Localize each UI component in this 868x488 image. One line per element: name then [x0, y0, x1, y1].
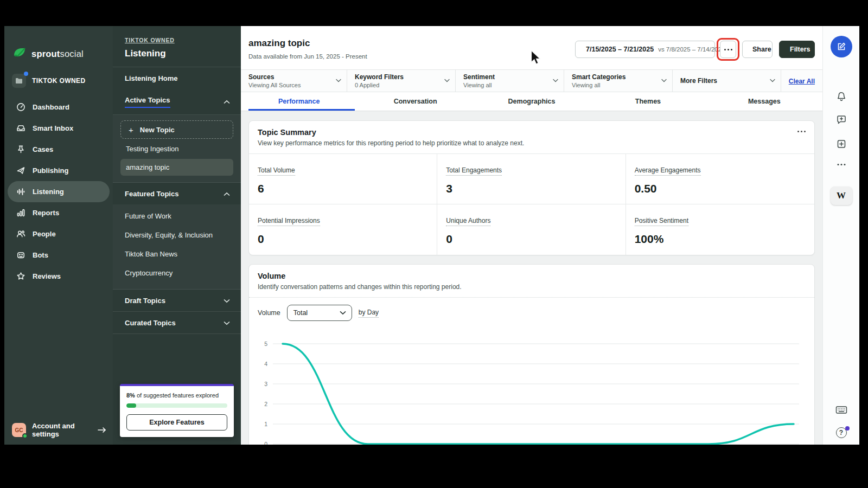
- tab-demographics[interactable]: Demographics: [474, 92, 590, 111]
- volume-metric-select[interactable]: Total: [287, 305, 352, 321]
- notification-dot: [24, 72, 28, 76]
- brand-bold: sprout: [31, 49, 60, 59]
- filter-smart-categories[interactable]: Smart Categories Viewing all: [564, 70, 673, 92]
- featured-topic-item[interactable]: Future of Work: [125, 207, 229, 226]
- header-more-button[interactable]: [720, 41, 736, 58]
- share-button[interactable]: Share: [742, 41, 773, 58]
- volume-description: Identify conversation patterns and chang…: [258, 283, 806, 291]
- new-topic-label: New Topic: [140, 126, 175, 134]
- active-topics-label: Active Topics: [125, 96, 170, 108]
- listening-home-link[interactable]: Listening Home: [113, 67, 241, 89]
- metric-value: 0: [446, 233, 616, 246]
- notifications-button[interactable]: [836, 91, 847, 102]
- nav-item-smart-inbox[interactable]: Smart Inbox: [8, 118, 110, 139]
- workspace-link[interactable]: TIKTOK OWNED: [125, 37, 175, 43]
- nav-item-dashboard[interactable]: Dashboard: [8, 97, 110, 118]
- nav-item-cases[interactable]: Cases: [8, 139, 110, 160]
- add-button[interactable]: [836, 139, 846, 149]
- metric-label[interactable]: Positive Sentiment: [635, 217, 688, 226]
- active-topics-section-toggle[interactable]: Active Topics: [113, 89, 241, 115]
- nav-item-publishing[interactable]: Publishing: [8, 160, 110, 181]
- featured-topic-item[interactable]: Diversity, Equity, & Inclusion: [125, 226, 229, 245]
- clear-all-link[interactable]: Clear All: [789, 78, 815, 85]
- metric-total-volume: Total Volume 6: [249, 154, 437, 204]
- explore-features-button[interactable]: Explore Features: [126, 414, 227, 431]
- svg-text:2: 2: [264, 401, 267, 407]
- filters-button[interactable]: Filters: [779, 41, 815, 58]
- by-day-toggle[interactable]: by Day: [359, 309, 379, 318]
- metric-label[interactable]: Unique Authors: [446, 217, 490, 226]
- nav-item-reviews[interactable]: Reviews: [8, 266, 110, 287]
- avatar: GC: [12, 423, 26, 437]
- metric-total-engagements: Total Engagements 3: [437, 154, 626, 204]
- filter-sources[interactable]: Sources Viewing All Sources: [241, 70, 347, 92]
- nav-label: Bots: [33, 251, 48, 259]
- filter-more-filters[interactable]: More Filters: [673, 70, 781, 92]
- new-topic-button[interactable]: + New Topic: [120, 120, 233, 139]
- tab-themes[interactable]: Themes: [590, 92, 706, 111]
- card-menu-button[interactable]: [797, 131, 806, 132]
- nav-item-reports[interactable]: Reports: [8, 202, 110, 223]
- workspace-folder-icon: [12, 74, 26, 88]
- featured-topic-item[interactable]: Cryptocurrency: [125, 264, 229, 282]
- topic-summary-card: Topic Summary View key performance metri…: [248, 120, 815, 255]
- volume-card: Volume Identify conversation patterns an…: [248, 264, 815, 445]
- brand-logo[interactable]: sproutsocial: [4, 26, 113, 61]
- metric-label[interactable]: Total Engagements: [446, 166, 502, 176]
- volume-title: Volume: [258, 272, 806, 280]
- workspace-switcher[interactable]: TIKTOK OWNED: [12, 74, 113, 88]
- nav-label: Reports: [33, 209, 59, 217]
- topic-summary-description: View key performance metrics for this re…: [258, 139, 806, 147]
- nav-item-people[interactable]: People: [8, 223, 110, 245]
- metric-label[interactable]: Potential Impressions: [258, 217, 320, 226]
- tab-conversation[interactable]: Conversation: [357, 92, 473, 111]
- help-button[interactable]: ?: [836, 427, 847, 438]
- nav-label: Listening: [33, 188, 64, 196]
- featured-topics-section-toggle[interactable]: Featured Topics: [113, 183, 241, 204]
- filter-sentiment[interactable]: Sentiment Viewing all: [456, 70, 564, 92]
- explore-features-card: 8% of suggested features explored Explor…: [120, 384, 234, 437]
- date-range-value: 7/15/2025 – 7/21/2025: [586, 46, 654, 53]
- rail-more-button[interactable]: [837, 164, 845, 165]
- nav-label: Smart Inbox: [33, 124, 73, 132]
- topic-item-amazing-topic[interactable]: amazing topic: [120, 159, 233, 176]
- compose-button[interactable]: [831, 36, 852, 57]
- features-explored-stat: 8% of suggested features explored: [126, 392, 227, 399]
- metric-label[interactable]: Total Volume: [258, 166, 295, 176]
- account-settings[interactable]: GC Account and settings: [4, 420, 113, 445]
- metric-value: 3: [446, 182, 616, 195]
- paper-plane-icon: [16, 166, 25, 175]
- plus-icon: +: [129, 125, 133, 134]
- stat-text: of suggested features explored: [135, 392, 219, 399]
- arrow-right-icon: [98, 427, 106, 433]
- main-content: amazing topic Data available from Jun 15…: [241, 26, 822, 445]
- feedback-button[interactable]: [836, 114, 847, 125]
- nav-item-bots[interactable]: Bots: [8, 245, 110, 266]
- draft-topics-section-toggle[interactable]: Draft Topics: [113, 290, 241, 312]
- tab-performance[interactable]: Performance: [241, 92, 357, 111]
- curated-topics-section-toggle[interactable]: Curated Topics: [113, 312, 241, 334]
- metric-positive-sentiment: Positive Sentiment 100%: [626, 204, 814, 255]
- svg-text:4: 4: [264, 361, 267, 367]
- w-app-badge[interactable]: W: [831, 187, 852, 205]
- date-range-picker[interactable]: 7/15/2025 – 7/21/2025 vs 7/8/2025 – 7/14…: [575, 41, 715, 58]
- nav-label: People: [33, 230, 56, 238]
- chevron-down-icon: [224, 321, 230, 325]
- filter-value: 0 Applied: [355, 82, 441, 88]
- metric-label[interactable]: Average Engagements: [635, 166, 701, 176]
- metric-value: 100%: [635, 233, 806, 246]
- featured-topic-item[interactable]: Tiktok Ban News: [125, 245, 229, 264]
- tab-messages[interactable]: Messages: [706, 92, 822, 111]
- square-plus-icon: [836, 139, 846, 149]
- keyboard-shortcuts-button[interactable]: [835, 406, 847, 414]
- chevron-down-icon: [553, 79, 558, 82]
- filter-keyword-filters[interactable]: Keyword Filters 0 Applied: [347, 70, 456, 92]
- nav-item-listening[interactable]: Listening: [8, 181, 110, 202]
- star-icon: [16, 272, 25, 281]
- chevron-down-icon: [224, 299, 230, 303]
- topic-item-testing-ingestion[interactable]: Testing Ingestion: [120, 139, 233, 158]
- pin-icon: [16, 145, 25, 154]
- svg-text:5: 5: [264, 341, 267, 347]
- svg-text:1: 1: [264, 421, 267, 427]
- progress-bar: [126, 403, 227, 408]
